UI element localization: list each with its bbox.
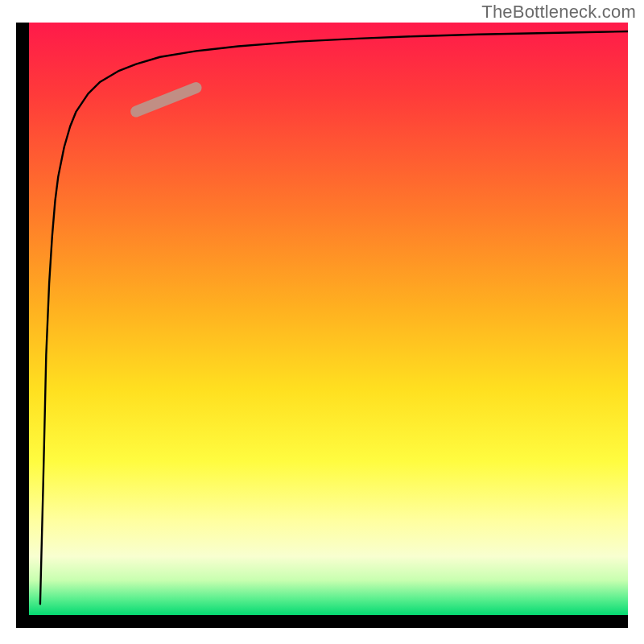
plot-frame [16,23,628,628]
chart-root: TheBottleneck.com [0,0,644,644]
watermark-text: TheBottleneck.com [481,2,636,23]
chart-background-gradient [28,23,628,616]
